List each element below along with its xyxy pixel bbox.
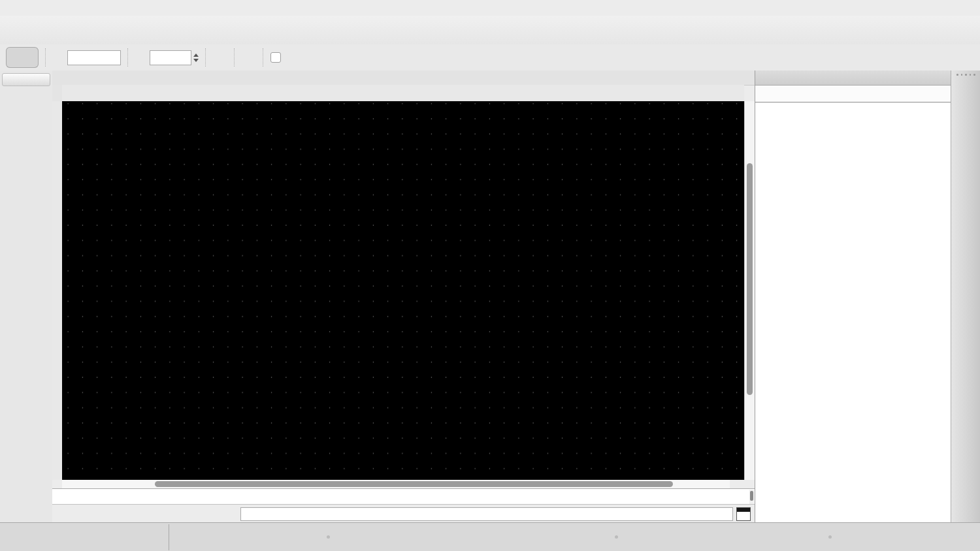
clipping-checkbox[interactable] <box>270 52 281 63</box>
vertical-scrollbar-thumb[interactable] <box>747 163 753 395</box>
horizontal-scrollbar-thumb[interactable] <box>155 481 673 487</box>
main-toolbar <box>0 16 980 44</box>
status-dot <box>828 535 832 539</box>
separator <box>205 48 206 67</box>
tool-options-toolbar <box>0 44 980 71</box>
separator <box>263 48 264 67</box>
layer-panel-header <box>755 71 951 86</box>
status-dot <box>615 535 618 539</box>
keyboard-toggle-button[interactable] <box>736 507 751 521</box>
status-bar <box>0 522 980 551</box>
menu-bar <box>0 0 980 16</box>
horizontal-scrollbar-row <box>52 480 755 488</box>
vertical-ruler <box>52 101 63 480</box>
offset-tool-button[interactable] <box>6 47 39 68</box>
dock-drag-handle[interactable] <box>951 74 980 76</box>
status-dot <box>327 535 330 539</box>
command-history <box>52 488 755 505</box>
command-history-scrollbar[interactable] <box>749 490 754 504</box>
ruler-corner <box>52 85 62 102</box>
distance-input[interactable] <box>67 50 121 65</box>
statusbar-divider <box>169 524 169 550</box>
command-input[interactable] <box>240 507 733 521</box>
layer-panel-toolbar <box>755 86 951 102</box>
number-stepper[interactable] <box>193 52 199 63</box>
layer-list-panel <box>755 71 951 522</box>
modify-tool-palette <box>0 71 52 522</box>
document-tab-bar <box>52 71 755 86</box>
separator <box>234 48 235 67</box>
drawing-canvas[interactable] <box>62 101 744 480</box>
number-input[interactable] <box>150 50 191 65</box>
separator <box>127 48 129 67</box>
dock-widget-strip <box>951 71 980 522</box>
horizontal-scrollbar[interactable] <box>62 480 730 488</box>
palette-back-button[interactable] <box>2 73 50 86</box>
vertical-scrollbar[interactable] <box>744 101 755 480</box>
command-prompt-row <box>52 504 755 523</box>
horizontal-ruler <box>62 85 744 102</box>
separator <box>45 48 46 67</box>
